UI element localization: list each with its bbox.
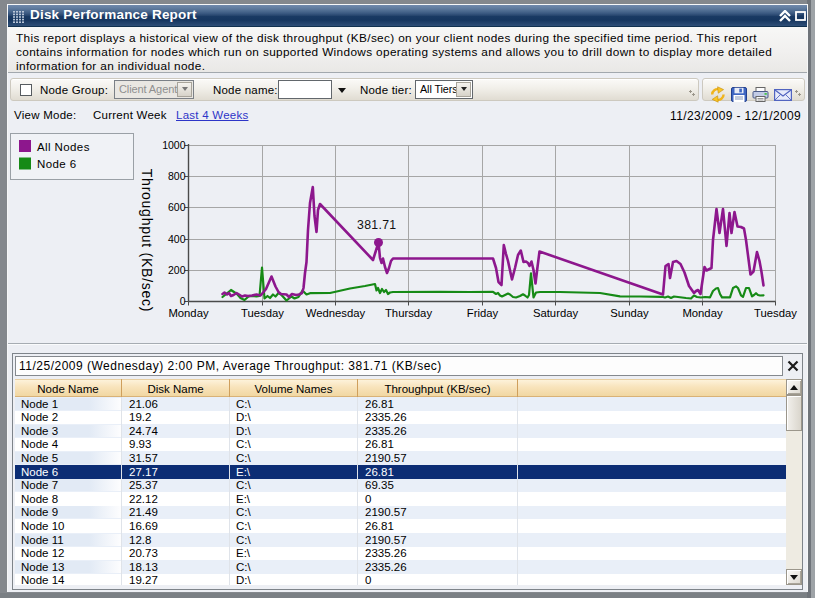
svg-text:Friday: Friday — [467, 307, 499, 319]
svg-text:Tuesday: Tuesday — [241, 307, 284, 319]
svg-text:800: 800 — [168, 170, 186, 182]
svg-text:Monday: Monday — [168, 307, 209, 319]
svg-text:Thursday: Thursday — [385, 307, 432, 319]
svg-text:Throughput (KB/sec): Throughput (KB/sec) — [139, 169, 155, 312]
svg-text:Sunday: Sunday — [610, 307, 649, 319]
svg-text:0: 0 — [180, 295, 186, 307]
svg-text:1000: 1000 — [162, 139, 186, 151]
svg-text:Saturday: Saturday — [533, 307, 579, 319]
svg-text:Tuesday: Tuesday — [754, 307, 797, 319]
svg-text:Node 6: Node 6 — [37, 158, 76, 170]
svg-text:Wednesday: Wednesday — [306, 307, 366, 319]
svg-text:Monday: Monday — [682, 307, 723, 319]
svg-text:381.71: 381.71 — [357, 218, 396, 232]
svg-text:All Nodes: All Nodes — [37, 141, 90, 153]
svg-text:200: 200 — [168, 264, 186, 276]
svg-text:600: 600 — [168, 201, 186, 213]
svg-text:400: 400 — [168, 233, 186, 245]
